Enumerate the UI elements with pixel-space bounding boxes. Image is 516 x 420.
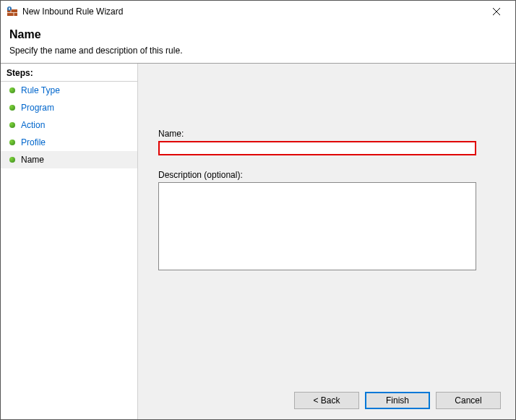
step-action[interactable]: Action bbox=[1, 116, 137, 134]
description-input[interactable] bbox=[158, 182, 476, 270]
name-label: Name: bbox=[158, 129, 495, 139]
step-label: Name bbox=[21, 155, 44, 165]
step-program[interactable]: Program bbox=[1, 99, 137, 116]
bullet-icon bbox=[9, 105, 15, 111]
step-rule-type[interactable]: Rule Type bbox=[1, 82, 137, 99]
wizard-buttons: < Back Finish Cancel bbox=[294, 392, 501, 409]
bullet-icon bbox=[9, 157, 15, 163]
step-name[interactable]: Name bbox=[1, 151, 137, 168]
cancel-button[interactable]: Cancel bbox=[436, 392, 501, 409]
bullet-icon bbox=[9, 122, 15, 128]
bullet-icon bbox=[9, 87, 15, 93]
window-title: New Inbound Rule Wizard bbox=[22, 7, 482, 17]
page-subtitle: Specify the name and description of this… bbox=[9, 46, 507, 56]
steps-sidebar: Steps: Rule Type Program Action Profile … bbox=[1, 64, 138, 419]
close-icon bbox=[493, 8, 500, 15]
finish-button[interactable]: Finish bbox=[365, 392, 430, 409]
bullet-icon bbox=[9, 140, 15, 145]
name-input[interactable] bbox=[158, 141, 476, 155]
titlebar: New Inbound Rule Wizard bbox=[1, 1, 515, 22]
steps-header: Steps: bbox=[1, 65, 137, 82]
step-label: Program bbox=[21, 103, 54, 113]
close-button[interactable] bbox=[482, 1, 511, 22]
description-label: Description (optional): bbox=[158, 170, 495, 180]
page-title: Name bbox=[9, 28, 507, 41]
content-panel: Name: Description (optional): < Back Fin… bbox=[138, 64, 515, 419]
step-label: Action bbox=[21, 120, 45, 130]
step-label: Rule Type bbox=[21, 85, 60, 95]
svg-rect-5 bbox=[9, 8, 10, 10]
wizard-header: Name Specify the name and description of… bbox=[1, 22, 515, 63]
firewall-icon bbox=[7, 6, 18, 17]
step-label: Profile bbox=[21, 137, 46, 147]
back-button[interactable]: < Back bbox=[294, 392, 359, 409]
wizard-window: New Inbound Rule Wizard Name Specify the… bbox=[0, 0, 516, 420]
step-profile[interactable]: Profile bbox=[1, 134, 137, 151]
name-field-block: Name: bbox=[158, 129, 495, 155]
description-field-block: Description (optional): bbox=[158, 170, 495, 273]
wizard-body: Steps: Rule Type Program Action Profile … bbox=[1, 64, 515, 419]
